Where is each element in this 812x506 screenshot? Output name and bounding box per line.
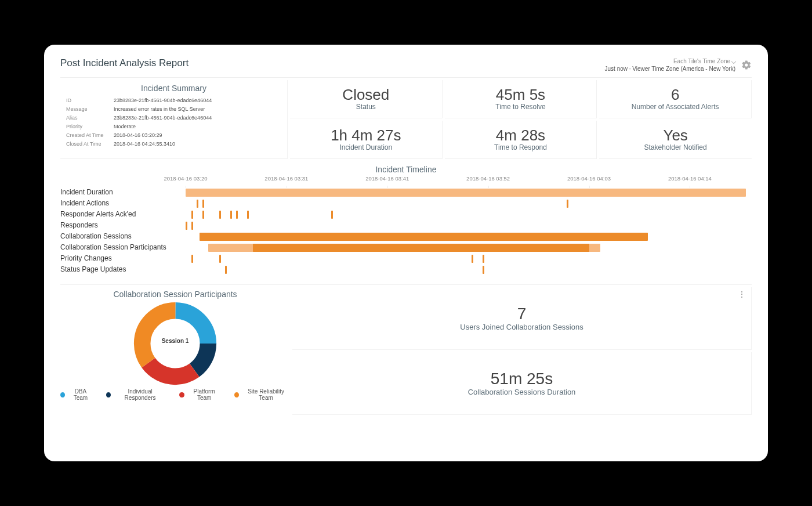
summary-row: ID23b8283e-21fb-4561-904b-edadc6e46044 (66, 96, 281, 104)
chevron-down-icon[interactable] (731, 59, 736, 64)
summary-row: Alias23b8283e-21fb-4561-904b-edadc6e4604… (66, 114, 281, 121)
header: Post Incident Analysis Report Each Tile'… (60, 57, 752, 73)
summary-row: Created At Time2018-04-16 03:20:29 (66, 131, 281, 139)
status-value: Closed (295, 87, 437, 103)
top-grid: Incident Summary ID23b8283e-21fb-4561-90… (60, 77, 752, 159)
time-to-resolve-tile: 45m 5s Time to Resolve (445, 80, 597, 118)
timeline-axis: 2018-04-16 03:20 2018-04-16 03:31 2018-0… (186, 175, 746, 188)
lower-grid: ⋮ 7 Users Joined Collaboration Sessions … (60, 287, 752, 415)
viewer-tz: Viewer Time Zone (America - New York) (632, 66, 735, 72)
incident-summary-title: Incident Summary (65, 84, 282, 93)
page-title: Post Incident Analysis Report (60, 57, 188, 69)
timeline-title: Incident Timeline (60, 165, 752, 174)
swatch-icon (60, 392, 65, 397)
timeline-chart[interactable]: 2018-04-16 03:20 2018-04-16 03:31 2018-0… (186, 175, 746, 277)
timeline-panel: Incident Timeline 2018-04-16 03:20 2018-… (60, 161, 752, 285)
gear-icon[interactable] (741, 60, 752, 70)
incident-summary-tile: Incident Summary ID23b8283e-21fb-4561-90… (60, 80, 288, 159)
stakeholder-tile: Yes Stakeholder Notified (599, 121, 752, 159)
tl-label-priority: Priority Changes (60, 254, 180, 262)
donut-title: Collaboration Session Participants (60, 290, 290, 299)
swatch-icon (234, 392, 239, 397)
timeline-rows: Incident Duration Incident Actions Respo… (186, 188, 746, 277)
tl-label-participants: Collaboration Session Participants (60, 243, 180, 251)
bar-collab-sessions (200, 233, 648, 241)
sessions-duration-tile: 51m 25s Collaboration Sessions Duration (292, 352, 752, 415)
swatch-icon (106, 392, 111, 397)
report-window: Post Incident Analysis Report Each Tile'… (44, 45, 768, 461)
legend-item[interactable]: Site Reliability Team (234, 388, 290, 401)
swatch-icon (179, 392, 184, 397)
summary-row: MessageIncreased error rates in the SQL … (66, 105, 281, 113)
kebab-icon[interactable]: ⋮ (738, 290, 745, 299)
tl-label-duration: Incident Duration (60, 188, 180, 196)
alerts-tile: 6 Number of Associated Alerts (599, 80, 752, 118)
header-meta: Each Tile's Time Zone Just now · Viewer … (605, 57, 735, 73)
tl-label-collab: Collaboration Sessions (60, 232, 180, 240)
donut-tile: Collaboration Session Participants Sessi… (60, 287, 290, 415)
users-joined-tile: ⋮ 7 Users Joined Collaboration Sessions (292, 287, 752, 350)
tl-label-status-page: Status Page Updates (60, 265, 180, 273)
bar-incident-duration (186, 189, 746, 197)
tl-label-responders: Responders (60, 221, 180, 229)
summary-row: Closed At Time2018-04-16 04:24:55.3410 (66, 140, 281, 147)
tz-line: Each Tile's Time Zone (673, 58, 730, 64)
summary-row: PriorityModerate (66, 122, 281, 130)
tl-label-actions: Incident Actions (60, 199, 180, 207)
legend-item[interactable]: Individual Responders (106, 388, 167, 401)
incident-summary-table: ID23b8283e-21fb-4561-904b-edadc6e46044 M… (65, 95, 282, 149)
donut-legend: DBA Team Individual Responders Platform … (60, 388, 290, 401)
time-to-respond-tile: 4m 28s Time to Respond (445, 121, 597, 159)
legend-item[interactable]: Platform Team (179, 388, 222, 401)
status-label: Status (295, 103, 437, 111)
tl-label-acked: Responder Alerts Ack'ed (60, 210, 180, 218)
header-right: Each Tile's Time Zone Just now · Viewer … (605, 57, 752, 73)
status-tile: Closed Status (290, 80, 443, 118)
legend-item[interactable]: DBA Team (60, 388, 93, 401)
duration-tile: 1h 4m 27s Incident Duration (290, 121, 443, 159)
donut-center-label: Session 1 (162, 338, 189, 344)
updated-prefix: Just now (605, 66, 628, 72)
